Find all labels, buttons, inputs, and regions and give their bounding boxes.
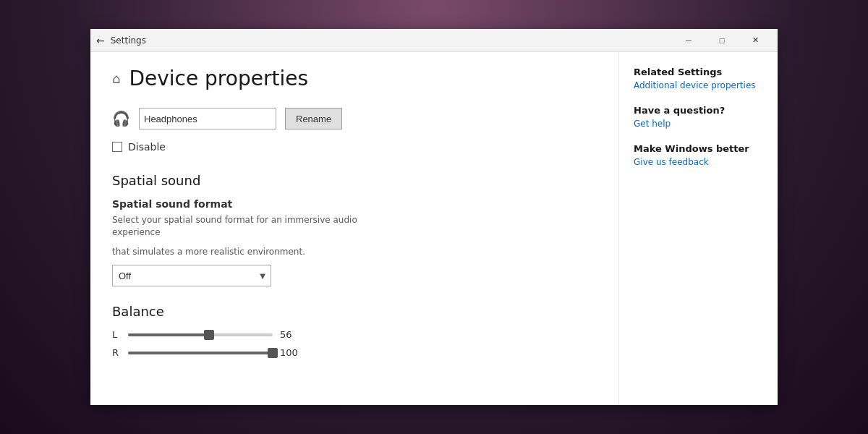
right-channel-label: R	[112, 347, 121, 358]
right-slider-track	[128, 352, 273, 354]
device-name-input[interactable]	[139, 108, 276, 129]
spatial-sound-dropdown[interactable]: Off Windows Sonic for Headphones Dolby A…	[112, 265, 271, 286]
sidebar: Related Settings Additional device prope…	[618, 52, 778, 405]
left-slider-track	[128, 333, 273, 336]
titlebar-left: ← Settings	[96, 35, 146, 46]
left-slider-fill	[128, 333, 209, 336]
make-windows-title: Make Windows better	[634, 143, 763, 154]
disable-checkbox[interactable]	[112, 142, 122, 152]
have-question-title: Have a question?	[634, 105, 763, 116]
left-slider-value: 56	[280, 329, 302, 340]
spatial-sound-dropdown-container: Off Windows Sonic for Headphones Dolby A…	[112, 265, 271, 286]
right-slider-thumb[interactable]	[268, 348, 278, 358]
disable-row: Disable	[112, 141, 597, 153]
page-title: Device properties	[129, 67, 308, 90]
right-slider-fill	[128, 352, 273, 354]
left-slider-thumb[interactable]	[204, 330, 214, 340]
balance-section: Balance L 56 R 10	[112, 304, 597, 358]
spatial-sound-section: Spatial sound Spatial sound format Selec…	[112, 173, 597, 286]
settings-window: ← Settings ─ □ ✕ ⌂ Device properties 🎧 R…	[90, 29, 778, 405]
give-feedback-link[interactable]: Give us feedback	[634, 157, 763, 167]
maximize-button[interactable]: □	[705, 29, 739, 52]
rename-button[interactable]: Rename	[285, 108, 342, 129]
titlebar-title: Settings	[111, 35, 146, 46]
disable-label: Disable	[128, 141, 166, 153]
balance-right-row: R 100	[112, 347, 597, 358]
get-help-link[interactable]: Get help	[634, 119, 763, 129]
spatial-sound-desc-2: that simulates a more realistic environm…	[112, 246, 401, 258]
main-content: ⌂ Device properties 🎧 Rename Disable Spa…	[90, 52, 618, 405]
home-icon[interactable]: ⌂	[112, 71, 120, 86]
related-settings-title: Related Settings	[634, 67, 763, 77]
headphone-icon: 🎧	[112, 110, 130, 127]
page-header: ⌂ Device properties	[112, 67, 597, 90]
spatial-sound-title: Spatial sound	[112, 173, 597, 188]
device-row: 🎧 Rename	[112, 108, 597, 129]
spatial-sound-desc-1: Select your spatial sound format for an …	[112, 214, 401, 239]
minimize-button[interactable]: ─	[672, 29, 705, 52]
spatial-sound-format-label: Spatial sound format	[112, 198, 597, 210]
back-button[interactable]: ←	[96, 35, 105, 46]
titlebar-controls: ─ □ ✕	[672, 29, 772, 52]
titlebar: ← Settings ─ □ ✕	[90, 29, 778, 52]
right-slider-value: 100	[280, 347, 302, 358]
balance-title: Balance	[112, 304, 597, 319]
additional-device-properties-link[interactable]: Additional device properties	[634, 80, 763, 90]
balance-left-row: L 56	[112, 329, 597, 340]
close-button[interactable]: ✕	[739, 29, 772, 52]
left-channel-label: L	[112, 329, 121, 340]
content-area: ⌂ Device properties 🎧 Rename Disable Spa…	[90, 52, 778, 405]
